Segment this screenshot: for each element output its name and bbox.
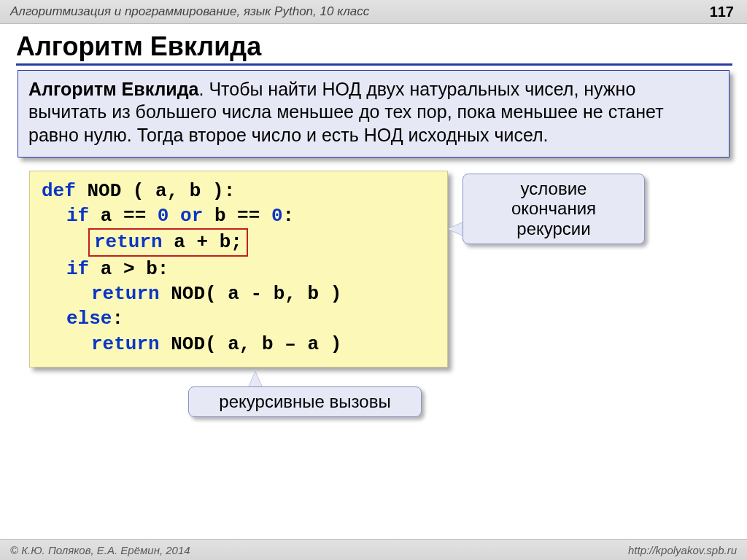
kw-else: else (66, 308, 112, 330)
definition-term: Алгоритм Евклида (28, 79, 199, 99)
callout1-line1: условие (473, 179, 634, 199)
code-line-4: if a > b: (42, 257, 436, 281)
else-colon: : (112, 308, 123, 330)
footer-bar: © К.Ю. Поляков, Е.А. Ерёмин, 2014 http:/… (0, 539, 747, 560)
kw-or: or (180, 205, 203, 227)
code-line-5: return NOD( a - b, b ) (42, 281, 436, 306)
kw-return-2: return (91, 283, 160, 305)
kw-if-2: if (66, 258, 89, 280)
callout-2-tail (248, 372, 263, 388)
cond2: a > b: (89, 258, 169, 280)
fn-signature: NOD ( a, b ): (87, 180, 235, 202)
page-number: 117 (710, 4, 737, 20)
content-area: Алгоритм Евклида Алгоритм Евклида. Чтобы… (0, 24, 747, 368)
kw-if-1: if (66, 205, 89, 227)
cond1-a: a == (101, 205, 158, 227)
callout-recursive: рекурсивные вызовы (188, 386, 422, 417)
return-highlight-box: return a + b; (88, 228, 248, 256)
colon-1: : (283, 205, 295, 227)
code-box: def NOD ( a, b ): if a == 0 or b == 0: r… (29, 171, 448, 368)
code-line-1: def NOD ( a, b ): (42, 179, 436, 203)
code-line-7: return NOD( a, b – a ) (42, 332, 436, 357)
ret1: a + b; (163, 231, 242, 253)
kw-return-3: return (91, 333, 160, 355)
call2-args: ( a, b – a ) (205, 333, 341, 355)
code-line-3: return a + b; (42, 228, 436, 256)
slide: Алгоритмизация и программирование, язык … (0, 0, 747, 560)
cond1-b: b == (203, 205, 271, 227)
footer-right: http://kpolyakov.spb.ru (628, 544, 737, 556)
zero-2: 0 (271, 205, 283, 227)
call1-args: ( a - b, b ) (205, 283, 341, 305)
code-line-6: else: (42, 306, 436, 331)
zero-1: 0 (158, 205, 169, 227)
course-title: Алгоритмизация и программирование, язык … (10, 4, 369, 19)
code-wrap: def NOD ( a, b ): if a == 0 or b == 0: r… (29, 171, 732, 368)
kw-def: def (42, 180, 76, 202)
footer-left: © К.Ю. Поляков, Е.А. Ерёмин, 2014 (10, 544, 190, 556)
call1-pre: NOD (160, 283, 205, 305)
header-bar: Алгоритмизация и программирование, язык … (0, 0, 747, 24)
callout2-text: рекурсивные вызовы (219, 392, 390, 411)
call2-pre: NOD (160, 333, 205, 355)
code-line-2: if a == 0 or b == 0: (42, 203, 436, 228)
kw-return-1: return (94, 231, 163, 253)
definition-box: Алгоритм Евклида. Чтобы найти НОД двух н… (18, 70, 729, 158)
callout-1-tail (448, 222, 464, 236)
callout-termination: условие окончания рекурсии (462, 174, 645, 244)
slide-title: Алгоритм Евклида (16, 31, 732, 66)
callout1-line2: окончания (473, 198, 634, 219)
callout1-line3: рекурсии (473, 219, 634, 239)
